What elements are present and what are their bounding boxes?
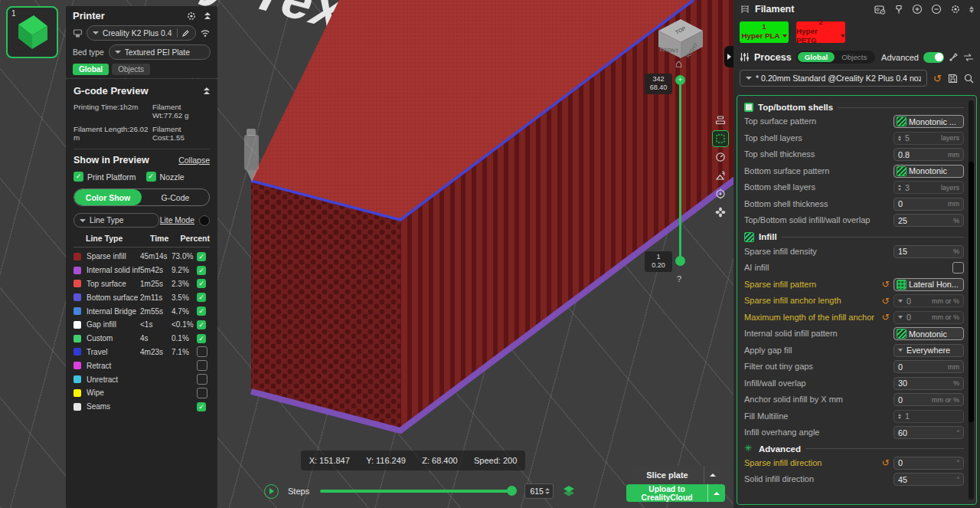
nozzle-icon[interactable] (894, 5, 903, 15)
lite-mode-toggle[interactable] (199, 215, 210, 226)
line-visibility-checkbox[interactable] (197, 388, 207, 398)
g-code-button[interactable]: G-Code (142, 189, 209, 205)
wifi-icon[interactable] (200, 28, 211, 38)
speed-view-icon[interactable] (712, 149, 729, 166)
reset-icon[interactable]: ↺ (880, 457, 890, 468)
process-tab-objects[interactable]: Objects (835, 52, 874, 62)
model-left-face[interactable] (251, 181, 400, 431)
upload-options-arrow[interactable] (707, 484, 725, 502)
home-icon[interactable]: ⌂ (675, 57, 682, 70)
save-preset-icon[interactable] (948, 74, 958, 84)
settings-scrollbar-thumb[interactable] (969, 162, 974, 422)
tab-global[interactable]: Global (73, 64, 109, 75)
print-platform-checkbox[interactable]: ✓ (74, 172, 83, 182)
layer-slider-track[interactable] (679, 80, 681, 261)
compare-presets-icon[interactable] (963, 53, 974, 62)
stepper-arrows-icon[interactable] (898, 185, 901, 191)
number-input[interactable]: 0° (893, 457, 964, 470)
dropdown-select[interactable]: Everywhere (893, 344, 964, 357)
line-visibility-checkbox[interactable]: ✓ (197, 320, 206, 329)
layer-slider-bottom-handle[interactable] (675, 256, 685, 266)
layer-time-view-icon[interactable] (712, 167, 729, 184)
number-input[interactable]: 15% (893, 245, 964, 258)
line-visibility-checkbox[interactable]: ✓ (197, 334, 206, 343)
play-button[interactable] (264, 484, 279, 499)
number-input[interactable]: 30% (893, 377, 964, 390)
section-header-infill[interactable]: Infill (744, 232, 964, 242)
nozzle-checkbox[interactable]: ✓ (146, 172, 156, 182)
paint-brush-icon[interactable] (949, 52, 959, 62)
line-visibility-checkbox[interactable]: ✓ (197, 402, 206, 411)
dropdown-select[interactable]: 0mm or % (893, 311, 964, 324)
layer-slider-help[interactable]: ? (677, 274, 681, 283)
color-show-button[interactable]: Color Show (74, 189, 142, 205)
pattern-select[interactable]: Monotonic (893, 327, 964, 340)
pattern-select[interactable]: Monotonic ... (893, 115, 964, 128)
filament-2-chip[interactable]: 2 Hyper PETG (796, 21, 845, 43)
checkbox[interactable] (952, 262, 964, 274)
pattern-select[interactable]: Lateral Hon... (893, 278, 964, 291)
filament-1-chip[interactable]: 1 Hyper PLA (740, 21, 789, 43)
plate-thumbnail[interactable]: 1 (6, 6, 58, 58)
slice-options-arrow[interactable] (704, 466, 721, 483)
fan-view-icon[interactable] (712, 204, 729, 221)
section-header-top-bottom-shells[interactable]: Top/bottom shells (744, 103, 964, 112)
filament-1-dropdown-icon[interactable] (782, 34, 787, 38)
steps-stepper[interactable] (545, 488, 550, 494)
remove-filament-icon[interactable] (931, 4, 942, 15)
printer-preset-select[interactable]: Creality K2 Plus 0.4 nozzle (87, 25, 196, 41)
number-input[interactable]: 25% (893, 214, 964, 227)
line-visibility-checkbox[interactable] (197, 346, 207, 357)
preset-reset-icon[interactable]: ↺ (933, 74, 942, 84)
panel-collapse-tab[interactable] (724, 46, 733, 67)
printer-settings-gear-icon[interactable] (186, 11, 197, 21)
filament-settings-gear-icon[interactable] (950, 4, 961, 15)
number-input[interactable]: 0mm (893, 360, 964, 373)
search-preset-icon[interactable] (964, 74, 974, 84)
structure-view-icon[interactable] (712, 112, 729, 129)
number-input[interactable]: 0mm (893, 198, 964, 211)
pattern-select[interactable]: Monotonic (893, 165, 964, 178)
number-input[interactable]: 45° (893, 473, 964, 486)
stepper-arrows-icon[interactable] (898, 136, 901, 142)
spinner-input[interactable]: 5layers (893, 132, 964, 145)
temperature-view-icon[interactable] (712, 185, 729, 202)
line-visibility-checkbox[interactable]: ✓ (197, 306, 206, 316)
process-preset-select[interactable]: * 0.20mm Standard @Creality K2 Plus 0.4 … (740, 70, 927, 87)
filament-2-dropdown-icon[interactable] (841, 34, 845, 38)
line-type-select[interactable]: Line Type (74, 213, 159, 228)
steps-slider[interactable] (320, 490, 515, 493)
printer-panel-collapse-icon[interactable] (204, 12, 211, 19)
steps-slider-thumb[interactable] (507, 486, 517, 496)
settings-scrollbar[interactable] (969, 100, 974, 500)
upload-crealitycloud-button[interactable]: Upload to CrealityCloud (626, 484, 725, 502)
layers-icon[interactable] (563, 485, 575, 497)
slice-plate-button[interactable]: Slice plate (631, 466, 721, 483)
reset-icon[interactable]: ↺ (880, 296, 890, 306)
filament-collapse-icon[interactable] (969, 6, 974, 13)
spinner-input[interactable]: 1 (893, 410, 964, 423)
reset-icon[interactable]: ↺ (880, 279, 890, 290)
line-visibility-checkbox[interactable]: ✓ (197, 266, 206, 275)
spinner-input[interactable]: 3layers (893, 181, 964, 194)
stepper-arrows-icon[interactable] (898, 414, 901, 420)
number-input[interactable]: 0.8mm (893, 148, 964, 161)
add-filament-icon[interactable] (912, 4, 923, 15)
bed-type-select[interactable]: Textured PEI Plate (109, 44, 211, 60)
gcode-panel-collapse-icon[interactable] (204, 87, 210, 94)
number-input[interactable]: 60° (893, 426, 964, 439)
dropdown-select[interactable]: 0mm or % (893, 294, 964, 307)
edit-pencil-icon[interactable] (181, 29, 190, 38)
line-type-view-icon[interactable] (712, 130, 729, 147)
advanced-toggle[interactable] (923, 52, 944, 63)
ams-box-icon[interactable] (874, 5, 886, 15)
collapse-link[interactable]: Collapse (178, 156, 210, 165)
line-visibility-checkbox[interactable]: ✓ (197, 279, 206, 288)
tab-objects[interactable]: Objects (112, 64, 150, 75)
line-visibility-checkbox[interactable] (197, 360, 207, 371)
line-visibility-checkbox[interactable] (197, 374, 207, 385)
steps-value-input[interactable]: 615 (524, 483, 554, 499)
number-input[interactable]: 0mm or % (893, 393, 964, 406)
section-header-advanced[interactable]: ✳Advanced (744, 444, 964, 454)
process-tab-global[interactable]: Global (798, 52, 835, 62)
